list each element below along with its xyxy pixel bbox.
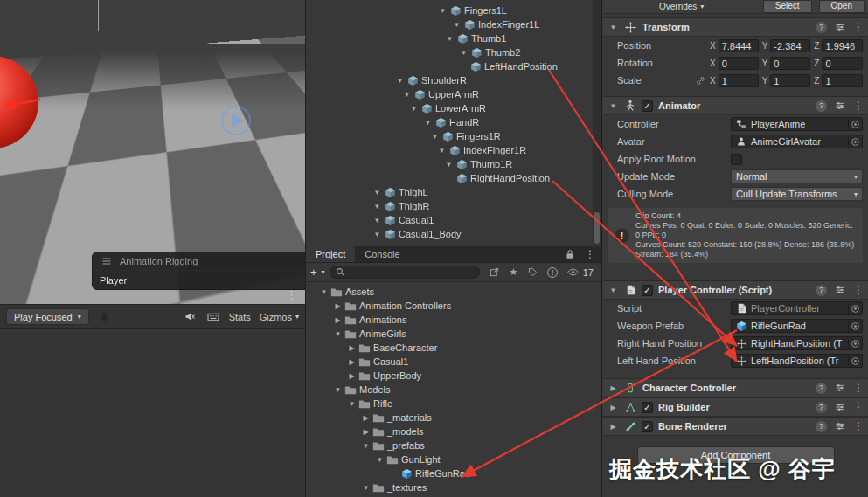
culling-mode-dropdown[interactable]: Cull Update Transforms▾ bbox=[731, 187, 863, 201]
component-enabled-checkbox[interactable]: ✓ bbox=[642, 100, 653, 112]
hierarchy-item[interactable]: ▼LowerArmR bbox=[306, 101, 601, 115]
project-search[interactable] bbox=[330, 266, 480, 279]
project-tree-item[interactable]: ▶UpperBody bbox=[306, 369, 601, 383]
position-x-field[interactable]: 7.8444 bbox=[719, 39, 759, 52]
foldout-icon[interactable]: ▼ bbox=[360, 484, 372, 492]
scene-more-icon[interactable]: ⋮ bbox=[286, 289, 297, 300]
preset-icon[interactable] bbox=[833, 383, 847, 393]
hierarchy-item[interactable]: LeftHandPosition bbox=[306, 59, 601, 73]
animation-rigging-overlay[interactable]: Animation Rigging Player + bbox=[92, 252, 305, 290]
object-picker-icon[interactable] bbox=[848, 321, 860, 331]
preset-icon[interactable] bbox=[833, 100, 847, 111]
right-hand-position-field[interactable]: RightHandPosition (T bbox=[731, 336, 863, 350]
light-gizmo-icon[interactable] bbox=[217, 101, 255, 140]
object-picker-icon[interactable] bbox=[848, 120, 860, 129]
hidden-count-eye-icon[interactable] bbox=[566, 267, 580, 277]
foldout-icon[interactable]: ▼ bbox=[608, 102, 619, 110]
foldout-icon[interactable]: ▼ bbox=[458, 49, 469, 57]
project-tree-item[interactable]: ▼Models bbox=[306, 383, 601, 397]
foldout-icon[interactable]: ▼ bbox=[372, 217, 383, 224]
apply-root-motion-checkbox[interactable] bbox=[731, 154, 742, 165]
project-tree-item[interactable]: RifleGunRad bbox=[306, 466, 601, 480]
weapon-prefab-field[interactable]: RifleGunRad bbox=[731, 319, 863, 333]
foldout-icon[interactable]: ▶ bbox=[332, 316, 344, 324]
object-picker-icon[interactable] bbox=[848, 137, 860, 147]
component-menu-icon[interactable]: ⋮ bbox=[853, 285, 864, 295]
project-tree-item[interactable]: ▼AnimeGirls bbox=[306, 327, 601, 341]
hierarchy-item[interactable]: ▼UpperArmR bbox=[306, 87, 601, 101]
foldout-icon[interactable]: ▼ bbox=[451, 21, 462, 29]
foldout-icon[interactable]: ▶ bbox=[360, 414, 372, 422]
tab-project[interactable]: Project bbox=[306, 246, 355, 262]
tab-console[interactable]: Console bbox=[355, 246, 409, 262]
scale-z-field[interactable]: 1 bbox=[822, 74, 863, 87]
select-button[interactable]: Select bbox=[763, 0, 812, 13]
project-tree-item[interactable]: ▼Assets bbox=[306, 285, 601, 299]
component-enabled-checkbox[interactable]: ✓ bbox=[642, 421, 653, 432]
link-scale-icon[interactable] bbox=[694, 76, 706, 86]
position-z-field[interactable]: 1.9946 bbox=[822, 39, 863, 52]
project-tree-item[interactable]: ▶_models bbox=[306, 425, 601, 438]
scale-x-field[interactable]: 1 bbox=[719, 74, 759, 87]
hierarchy-item[interactable]: ▼HandR bbox=[306, 115, 601, 129]
component-enabled-checkbox[interactable]: ✓ bbox=[642, 402, 653, 413]
scrollbar-thumb[interactable] bbox=[594, 212, 600, 244]
project-tree-item[interactable]: ▼_prefabs bbox=[306, 438, 601, 452]
project-tree-item[interactable]: ▼GunLight bbox=[306, 452, 601, 466]
hierarchy-item[interactable]: ▼Fingers1R bbox=[306, 129, 601, 143]
project-tree-item[interactable]: ▶Casual1 bbox=[306, 355, 601, 369]
foldout-icon[interactable]: ▼ bbox=[394, 77, 406, 85]
object-picker-icon[interactable] bbox=[848, 356, 860, 366]
foldout-icon[interactable]: ▶ bbox=[608, 423, 619, 431]
help-icon[interactable]: ? bbox=[816, 100, 827, 112]
search-input[interactable] bbox=[350, 267, 474, 278]
component-menu-icon[interactable]: ⋮ bbox=[853, 421, 864, 431]
foldout-icon[interactable]: ▼ bbox=[318, 288, 330, 296]
foldout-icon[interactable]: ▼ bbox=[360, 442, 372, 450]
label-tag-icon[interactable] bbox=[525, 267, 539, 277]
foldout-icon[interactable]: ▶ bbox=[360, 428, 372, 436]
foldout-icon[interactable]: ▼ bbox=[436, 147, 448, 155]
scene-view[interactable]: Animation Rigging Player + ⋮ bbox=[0, 0, 305, 304]
lock-icon[interactable] bbox=[563, 249, 577, 259]
play-focused-dropdown[interactable]: Play Focused ▾ bbox=[6, 308, 89, 325]
object-picker-icon[interactable] bbox=[848, 304, 860, 314]
hierarchy-item[interactable]: ▼ThighL bbox=[306, 185, 601, 199]
help-icon[interactable]: ? bbox=[816, 22, 827, 33]
keyboard-icon[interactable] bbox=[206, 312, 220, 322]
hierarchy-scrollbar[interactable] bbox=[593, 0, 601, 245]
project-tree-item[interactable]: ▼Rifle bbox=[306, 397, 601, 411]
foldout-icon[interactable]: ▼ bbox=[444, 35, 455, 43]
hamburger-icon[interactable] bbox=[100, 257, 114, 266]
foldout-icon[interactable]: ▼ bbox=[608, 286, 619, 294]
component-enabled-checkbox[interactable]: ✓ bbox=[642, 285, 653, 296]
foldout-icon[interactable]: ▼ bbox=[422, 119, 434, 127]
mute-audio-icon[interactable] bbox=[184, 311, 198, 322]
foldout-icon[interactable]: ▼ bbox=[332, 386, 344, 394]
project-tree-item[interactable]: ▼_textures bbox=[306, 480, 601, 494]
foldout-icon[interactable]: ▼ bbox=[332, 330, 344, 338]
foldout-icon[interactable]: ▶ bbox=[332, 302, 344, 310]
component-menu-icon[interactable]: ⋮ bbox=[853, 383, 864, 393]
controller-field[interactable]: PlayerAnime bbox=[731, 117, 863, 131]
foldout-icon[interactable]: ▶ bbox=[346, 372, 358, 380]
hierarchy-item[interactable]: ▼Thumb1R bbox=[306, 157, 601, 171]
project-tree-item[interactable]: ▶_materials bbox=[306, 411, 601, 425]
preset-icon[interactable] bbox=[833, 402, 847, 412]
foldout-icon[interactable]: ▼ bbox=[374, 456, 385, 464]
project-tree-item[interactable]: ▶Animation Controllers bbox=[306, 299, 601, 313]
gizmos-dropdown[interactable]: Gizmos ▾ bbox=[260, 312, 299, 322]
caret-down-icon[interactable]: ▾ bbox=[322, 268, 325, 276]
x-axis-gizmo-arrow[interactable] bbox=[0, 87, 52, 122]
saved-search-star-icon[interactable]: ★ bbox=[510, 266, 518, 278]
open-in-new-icon[interactable] bbox=[488, 267, 502, 277]
update-mode-dropdown[interactable]: Normal▾ bbox=[731, 169, 863, 183]
foldout-icon[interactable]: ▶ bbox=[346, 358, 358, 366]
preset-icon[interactable] bbox=[833, 22, 847, 32]
overrides-dropdown[interactable]: Overrides ▾ bbox=[659, 2, 704, 11]
component-menu-icon[interactable]: ⋮ bbox=[853, 22, 864, 32]
debug-bug-icon[interactable] bbox=[98, 311, 112, 322]
overlay-header[interactable]: Animation Rigging bbox=[93, 252, 305, 270]
help-icon[interactable]: ? bbox=[816, 402, 827, 413]
help-icon[interactable]: ? bbox=[816, 383, 827, 394]
